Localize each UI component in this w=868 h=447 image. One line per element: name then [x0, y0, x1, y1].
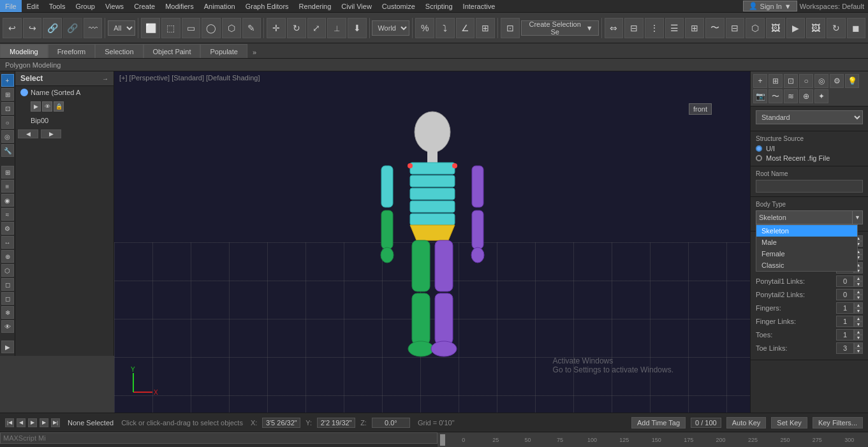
menu-interactive[interactable]: Interactive: [458, 0, 501, 12]
finger-links-up-btn[interactable]: ▲: [854, 316, 863, 321]
scene-explorer-button[interactable]: ⊞: [685, 18, 704, 38]
toes-up-btn[interactable]: ▲: [854, 329, 863, 335]
material-icon2[interactable]: ⬡: [1, 264, 14, 277]
rp-icon10[interactable]: ≋: [784, 89, 798, 103]
fingers-up-btn[interactable]: ▲: [854, 302, 863, 308]
ponytail2-down-btn[interactable]: ▼: [854, 295, 863, 300]
angle-snap-button[interactable]: ∠: [456, 18, 475, 38]
body-option-skeleton[interactable]: Skeleton: [756, 225, 857, 237]
utilities-panel-icon[interactable]: 🔧: [1, 144, 14, 157]
material-editor-button[interactable]: ⬡: [746, 18, 765, 38]
menu-civil-view[interactable]: Civil View: [336, 0, 376, 12]
body-type-dropdown[interactable]: Skeleton ▼ Skeleton Male Female Classic: [756, 210, 863, 224]
body-type-arrow[interactable]: ▼: [853, 210, 863, 224]
snap-button[interactable]: ⊞: [476, 18, 495, 38]
selection-filter-dropdown[interactable]: All: [108, 20, 135, 36]
script-input[interactable]: [0, 432, 438, 444]
toe-links-up-btn[interactable]: ▲: [854, 342, 863, 348]
display-panel-icon[interactable]: ◎: [1, 130, 14, 143]
move-button[interactable]: ✛: [267, 18, 286, 38]
finger-links-spinbox[interactable]: 1 ▲ ▼: [836, 316, 863, 327]
circle-region-button[interactable]: ◯: [202, 18, 221, 38]
menu-group[interactable]: Group: [70, 0, 100, 12]
render-last-button[interactable]: ↻: [827, 18, 846, 38]
play-btn[interactable]: ▶: [28, 418, 37, 427]
x-value[interactable]: 3'5 26/32": [262, 418, 300, 428]
menu-views[interactable]: Views: [100, 0, 129, 12]
auto-key-btn[interactable]: Auto Key: [726, 417, 767, 429]
menu-file[interactable]: File: [0, 0, 22, 12]
settings-icon[interactable]: ⚙: [1, 222, 14, 235]
go-end-btn[interactable]: ▶|: [51, 418, 60, 427]
rotate-button[interactable]: ↻: [287, 18, 306, 38]
tab-object-paint[interactable]: Object Paint: [143, 44, 201, 58]
render-setup-button[interactable]: 🖼: [766, 18, 785, 38]
bip-scene-item[interactable]: Bip00: [15, 114, 114, 127]
scene-sort-item[interactable]: Name (Sorted A: [15, 86, 114, 99]
sort-radio[interactable]: [20, 89, 28, 96]
rp-utilities-btn[interactable]: ◎: [814, 74, 828, 88]
rp-icon11[interactable]: ⊕: [799, 89, 813, 103]
tab-selection[interactable]: Selection: [95, 44, 143, 58]
body-option-male[interactable]: Male: [756, 237, 857, 248]
scene-icon-2[interactable]: 👁: [42, 101, 52, 112]
timeline-ruler[interactable]: 0 25 50 75 100 125 150 175 200 225 250 2…: [438, 432, 869, 447]
move-icon2[interactable]: ↔: [1, 236, 14, 249]
radio-ui[interactable]: U/I: [756, 145, 863, 152]
zoom-icon[interactable]: ⊕: [1, 250, 14, 263]
unlink-button[interactable]: 🔗: [63, 18, 82, 38]
go-start-btn[interactable]: |◀: [5, 418, 14, 427]
lasso-region-button[interactable]: ⬡: [222, 18, 241, 38]
layer-icon[interactable]: ≡: [1, 180, 14, 193]
properties-icon[interactable]: ◉: [1, 194, 14, 207]
align-button[interactable]: ⊟: [624, 18, 644, 38]
body-option-female[interactable]: Female: [756, 248, 857, 260]
rp-icon12[interactable]: ✦: [814, 89, 828, 103]
timeline-cursor[interactable]: [440, 434, 445, 446]
make-preview-button[interactable]: ◼: [847, 18, 866, 38]
ponytail1-down-btn[interactable]: ▼: [854, 281, 863, 287]
curve-editor-button[interactable]: 〜: [705, 18, 725, 38]
fingers-down-btn[interactable]: ▼: [854, 308, 863, 314]
toe-links-spinbox[interactable]: 3 ▲ ▼: [836, 342, 863, 354]
select-by-name-icon[interactable]: ⊞: [1, 166, 14, 179]
hierarchy-panel-icon[interactable]: ⊡: [1, 102, 14, 115]
root-name-input[interactable]: [756, 180, 863, 193]
finger-links-down-btn[interactable]: ▼: [854, 321, 863, 327]
mirror-button[interactable]: ⇔: [605, 18, 624, 38]
render-frame-button[interactable]: 🖼: [806, 18, 825, 38]
menu-tools[interactable]: Tools: [44, 0, 71, 12]
menu-rendering[interactable]: Rendering: [294, 0, 337, 12]
z-value[interactable]: 0.0°: [372, 418, 410, 428]
rp-modify-btn[interactable]: ⊞: [769, 74, 783, 88]
link-button[interactable]: 🔗: [43, 18, 62, 38]
menu-graph-editors[interactable]: Graph Editors: [240, 0, 294, 12]
motion-panel-icon[interactable]: ○: [1, 116, 14, 129]
edit-named-sel-button[interactable]: ⊡: [501, 18, 520, 38]
body-option-classic[interactable]: Classic: [756, 260, 857, 271]
scroll-left-btn[interactable]: ◀: [18, 129, 38, 138]
ponytail1-spinbox[interactable]: 0 ▲ ▼: [836, 275, 863, 287]
select-panel-arrow[interactable]: →: [102, 75, 108, 82]
toe-links-down-btn[interactable]: ▼: [854, 348, 863, 354]
manage-layers-button[interactable]: ☰: [665, 18, 684, 38]
reference-coord-dropdown[interactable]: World: [372, 20, 409, 36]
tab-freeform[interactable]: Freeform: [48, 44, 96, 58]
y-value[interactable]: 2'2 19/32": [317, 418, 355, 428]
key-filters-btn[interactable]: Key Filters...: [813, 417, 863, 429]
spinner-snap-button[interactable]: ⤵: [436, 18, 455, 38]
radio-ui-btn[interactable]: [756, 145, 762, 152]
modify-panel-icon[interactable]: ⊞: [1, 88, 14, 101]
rect-region-button[interactable]: ▭: [182, 18, 201, 38]
percent-snap-button[interactable]: %: [415, 18, 434, 38]
scene-icon-3[interactable]: 🔒: [54, 101, 64, 112]
sign-in-button[interactable]: 👤 Sign In ▼: [743, 1, 797, 11]
scale-button[interactable]: ⤢: [307, 18, 327, 38]
rp-new-scene-btn[interactable]: +: [753, 74, 767, 88]
place-button[interactable]: ⬇: [348, 18, 367, 38]
menu-edit[interactable]: Edit: [22, 0, 44, 12]
squash-button[interactable]: ⟂: [327, 18, 346, 38]
play-icon[interactable]: ▶: [1, 341, 14, 353]
menu-create[interactable]: Create: [129, 0, 160, 12]
create-panel-icon[interactable]: +: [1, 74, 14, 87]
